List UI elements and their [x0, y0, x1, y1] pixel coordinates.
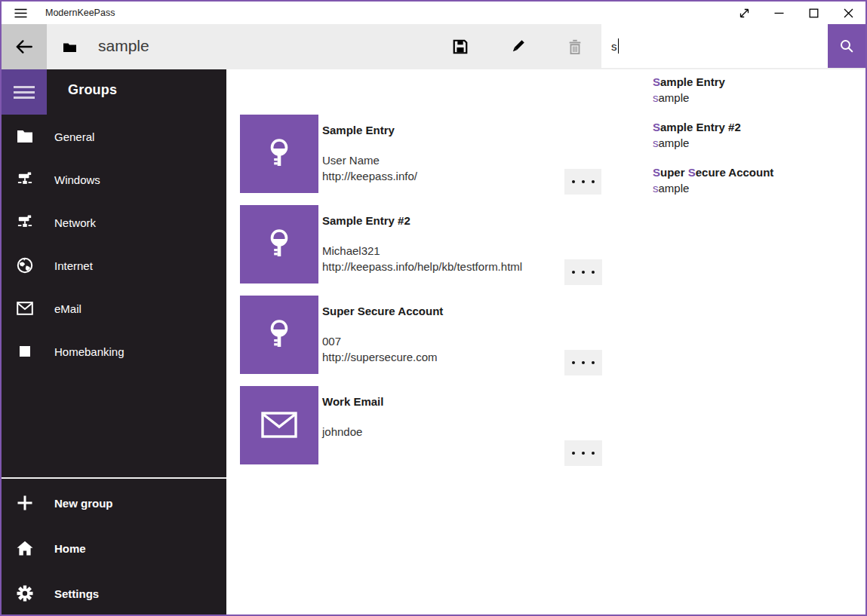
titlebar: ModernKeePass	[2, 2, 865, 24]
sidebar-item-label: Windows	[54, 173, 100, 185]
entry-tile	[240, 386, 318, 464]
entry-tile	[240, 205, 318, 283]
hamburger-icon	[14, 86, 35, 99]
home-button[interactable]: Home	[2, 526, 226, 571]
result-subtitle: sample	[653, 135, 865, 151]
home-icon	[17, 540, 33, 556]
search-input[interactable]: s	[601, 24, 828, 68]
entry-row[interactable]: Sample Entry User Name http://keepass.in…	[226, 115, 634, 205]
key-icon	[261, 136, 297, 172]
sidebar-item-internet[interactable]: Internet	[2, 244, 226, 287]
result-title: Sample Entry	[653, 75, 865, 90]
more-button[interactable]	[564, 169, 602, 195]
search-input-value: s	[611, 40, 617, 53]
database-title: sample	[98, 24, 149, 69]
settings-button[interactable]: Settings	[2, 571, 226, 616]
entry-tile	[240, 296, 318, 374]
back-button[interactable]	[2, 24, 47, 69]
nav-hamburger-button[interactable]	[2, 69, 47, 115]
sidebar-item-label: Homebanking	[54, 345, 125, 357]
key-icon	[261, 226, 297, 262]
entry-tile	[240, 115, 318, 193]
more-icon	[572, 271, 595, 274]
globe-icon	[17, 257, 33, 274]
entry-title: Super Secure Account	[322, 305, 443, 317]
search-result[interactable]: Sample Entry sample	[601, 69, 865, 115]
database-icon	[63, 42, 76, 52]
search-result[interactable]: Super Secure Account sample	[601, 160, 865, 205]
sidebar-item-windows[interactable]: Windows	[2, 158, 226, 201]
sidebar-commands: New group Home	[2, 480, 226, 616]
entry-username: Michael321	[322, 243, 522, 259]
key-icon	[261, 317, 297, 353]
entry-row[interactable]: Work Email johndoe	[226, 386, 634, 477]
command-label: Settings	[54, 587, 99, 600]
search-result[interactable]: Sample Entry #2 sample	[601, 115, 865, 160]
mail-icon	[17, 300, 33, 317]
entry-url: http://keepass.info/	[322, 168, 417, 184]
minimize-button[interactable]	[761, 2, 796, 24]
entry-url: http://supersecure.com	[322, 349, 438, 365]
sidebar-item-email[interactable]: eMail	[2, 287, 226, 329]
entry-details: 007 http://supersecure.com	[322, 333, 438, 365]
more-button[interactable]	[564, 440, 602, 466]
entry-title: Sample Entry	[322, 124, 395, 136]
group-list: General Windows Network	[2, 115, 226, 372]
sidebar-item-label: Internet	[54, 259, 93, 271]
mail-icon	[261, 412, 297, 439]
entry-row[interactable]: Sample Entry #2 Michael321 http://keepas…	[226, 205, 634, 296]
edit-button[interactable]	[500, 29, 536, 65]
entry-username: johndoe	[322, 424, 362, 440]
fullscreen-button[interactable]	[727, 2, 761, 24]
sidebar-item-label: eMail	[54, 302, 81, 314]
expand-icon	[739, 8, 750, 19]
search-results-dropdown: Sample Entry sample Sample Entry #2 samp…	[601, 69, 865, 219]
entry-details: johndoe	[322, 424, 362, 440]
new-group-button[interactable]: New group	[2, 480, 226, 526]
maximize-button[interactable]	[796, 2, 831, 24]
back-arrow-icon	[14, 37, 34, 57]
close-icon	[843, 8, 854, 19]
delete-button[interactable]	[557, 29, 593, 65]
app-title: ModernKeePass	[45, 2, 115, 24]
more-icon	[572, 452, 595, 455]
maximize-icon	[808, 8, 819, 19]
groups-heading: Groups	[68, 82, 117, 98]
result-title: Sample Entry #2	[653, 120, 865, 135]
command-bar: sample	[2, 24, 865, 69]
network-icon	[17, 171, 33, 188]
more-icon	[572, 361, 595, 364]
sidebar-item-homebanking[interactable]: Homebanking	[2, 329, 226, 372]
entry-title: Work Email	[322, 395, 383, 408]
folder-icon	[17, 128, 33, 145]
square-icon	[17, 343, 33, 360]
minimize-icon	[773, 8, 785, 19]
gear-icon	[17, 585, 33, 602]
result-subtitle: sample	[653, 90, 865, 106]
more-icon	[572, 180, 595, 183]
trash-icon	[567, 38, 583, 55]
result-title: Super Secure Account	[653, 165, 865, 180]
toolbar	[442, 29, 593, 65]
entry-row[interactable]: Super Secure Account 007 http://supersec…	[226, 296, 634, 386]
more-button[interactable]	[564, 259, 602, 285]
save-button[interactable]	[442, 29, 478, 65]
sidebar-item-network[interactable]: Network	[2, 201, 226, 244]
plus-icon	[17, 495, 33, 511]
pencil-icon	[509, 38, 526, 55]
sidebar-divider	[2, 477, 226, 479]
network-icon	[17, 214, 33, 231]
entry-details: User Name http://keepass.info/	[322, 152, 417, 184]
entry-title: Sample Entry #2	[322, 214, 410, 227]
more-button[interactable]	[564, 350, 602, 375]
hamburger-icon[interactable]	[8, 4, 33, 22]
app-window: ModernKeePass	[0, 0, 867, 616]
entry-list: Sample Entry User Name http://keepass.in…	[226, 115, 634, 477]
sidebar-item-label: Network	[54, 216, 96, 228]
sidebar-item-general[interactable]: General	[2, 115, 226, 158]
close-button[interactable]	[831, 2, 865, 24]
entry-username: 007	[322, 333, 438, 349]
search-button[interactable]	[828, 24, 865, 68]
search-icon	[839, 38, 854, 54]
save-icon	[452, 38, 469, 55]
